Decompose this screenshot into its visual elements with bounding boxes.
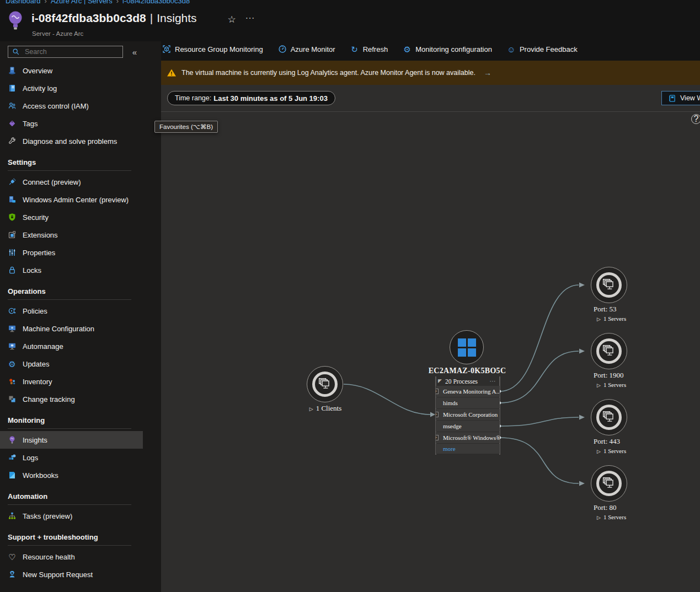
activity-log-icon <box>8 84 17 93</box>
expand-triangle-icon[interactable]: ▷ <box>597 449 601 454</box>
section-divider <box>8 504 131 505</box>
sidebar-item-machine-configuration[interactable]: Machine Configuration <box>0 320 143 337</box>
stacked-screens-icon <box>602 344 616 358</box>
process-row[interactable]: +Geneva Monitoring A... <box>436 386 500 397</box>
section-header-settings: Settings <box>0 150 161 170</box>
sidebar-item-new-support-request[interactable]: New Support Request <box>0 566 143 583</box>
sidebar-item-tags[interactable]: Tags <box>0 115 143 132</box>
port-label-53[interactable]: Port: 53▷1 Servers <box>594 305 626 322</box>
search-box[interactable] <box>8 46 123 58</box>
windows-admin-icon <box>8 195 17 204</box>
breadcrumb-separator: › <box>45 0 47 4</box>
process-row[interactable]: +Microsoft Corporation <box>436 409 500 420</box>
sidebar-item-label: Tags <box>23 120 38 128</box>
breadcrumb-link-resource[interactable]: i-08f42fdba3bb0c3d8 <box>122 0 190 4</box>
sidebar-item-label: Locks <box>23 266 41 275</box>
sidebar-item-label: Machine Configuration <box>23 325 94 333</box>
search-icon <box>12 47 20 56</box>
azure-monitor-button[interactable]: Azure Monitor <box>278 45 335 53</box>
time-range-value: Last 30 minutes as of 5 Jun 19:03 <box>213 94 328 103</box>
process-row[interactable]: himds <box>436 397 500 408</box>
expand-triangle-icon[interactable]: ▷ <box>597 515 601 520</box>
lightbulb-icon <box>8 10 23 32</box>
client-group-label[interactable]: ▷1 Clients <box>300 404 351 413</box>
sidebar-item-tasks[interactable]: Tasks (preview) <box>0 507 143 525</box>
time-range-pill[interactable]: Time range: Last 30 minutes as of 5 Jun … <box>167 91 335 105</box>
arrow-right-icon[interactable]: → <box>483 68 492 77</box>
refresh-button[interactable]: ↻Refresh <box>350 45 388 53</box>
section-divider <box>8 545 131 546</box>
port-label-80[interactable]: Port: 80▷1 Servers <box>594 503 626 520</box>
sidebar-item-properties[interactable]: Properties <box>0 244 143 261</box>
expand-triangle-icon[interactable]: ▷ <box>597 383 601 388</box>
sidebar-item-label: Logs <box>23 454 38 462</box>
expand-plus-icon[interactable]: + <box>436 435 439 440</box>
tag-icon <box>8 119 17 128</box>
expand-triangle-icon[interactable]: ▷ <box>597 316 601 322</box>
process-row[interactable]: msedge <box>436 421 500 432</box>
collapse-triangle-icon[interactable]: ◤ <box>437 379 442 384</box>
section-header-automation: Automation <box>0 484 161 504</box>
sidebar-item-windows-admin-center[interactable]: Windows Admin Center (preview) <box>0 191 143 208</box>
time-range-label: Time range: <box>175 94 211 102</box>
change-tracking-icon <box>8 395 17 403</box>
sidebar-item-logs[interactable]: Logs <box>0 449 143 466</box>
expand-triangle-icon[interactable]: ▷ <box>309 406 313 412</box>
port-node-53[interactable] <box>591 267 627 303</box>
ellipsis-icon[interactable]: ⋯ <box>488 377 500 386</box>
ellipsis-icon[interactable]: … <box>245 11 254 20</box>
expand-plus-icon[interactable]: + <box>436 389 439 394</box>
machine-node[interactable] <box>450 330 484 364</box>
agent-warning-banner[interactable]: The virtual machine is currently using L… <box>161 61 700 85</box>
sidebar-item-resource-health[interactable]: ♡Resource health <box>0 548 143 566</box>
sidebar-item-diagnose[interactable]: Diagnose and solve problems <box>0 132 143 150</box>
toolbar-label: Refresh <box>363 45 388 53</box>
port-label-1900[interactable]: Port: 1900▷1 Servers <box>594 371 626 388</box>
sidebar-item-locks[interactable]: Locks <box>0 261 143 279</box>
title-section: Insights <box>157 12 196 24</box>
more-processes-link[interactable]: more <box>436 444 500 454</box>
sidebar-item-activity-log[interactable]: Activity log <box>0 79 143 97</box>
sidebar-item-overview[interactable]: Overview <box>0 62 143 79</box>
port-node-443[interactable] <box>591 399 627 435</box>
breadcrumb-link-servers[interactable]: Azure Arc | Servers <box>51 0 113 4</box>
monitoring-configuration-button[interactable]: ⚙Monitoring configuration <box>403 45 492 53</box>
machine-name[interactable]: EC2AMAZ-0K5BO5C <box>412 367 522 375</box>
section-divider <box>8 299 131 300</box>
client-group-node[interactable] <box>307 366 343 402</box>
sidebar-item-change-tracking[interactable]: Change tracking <box>0 390 143 408</box>
sidebar-item-security[interactable]: Security <box>0 208 143 226</box>
sidebar-item-inventory[interactable]: Inventory <box>0 373 143 390</box>
double-chevron-left-icon[interactable]: « <box>130 47 139 56</box>
view-workbooks-button[interactable]: View W <box>661 91 700 105</box>
sidebar-item-workbooks[interactable]: Workbooks <box>0 466 143 484</box>
provide-feedback-button[interactable]: ☺Provide Feedback <box>507 45 578 53</box>
resource-group-monitoring-button[interactable]: Resource Group Monitoring <box>162 45 263 53</box>
breadcrumb: Dashboard›Azure Arc | Servers›i-08f42fdb… <box>0 0 700 4</box>
process-group-header[interactable]: ◤ 20 Processes ⋯ <box>436 376 500 386</box>
breadcrumb-link-dashboard[interactable]: Dashboard <box>6 0 41 4</box>
sidebar-item-policies[interactable]: Policies <box>0 302 143 320</box>
sidebar-item-label: Updates <box>23 360 49 368</box>
sliders-icon <box>8 248 17 257</box>
section-header-monitoring: Monitoring <box>0 408 161 428</box>
star-icon[interactable]: ☆ <box>227 15 236 24</box>
sidebar-item-updates[interactable]: ⚙Updates <box>0 355 143 373</box>
sidebar-item-access-control[interactable]: Access control (IAM) <box>0 97 143 115</box>
process-row[interactable]: +Microsoft® Windows®... <box>436 432 500 443</box>
port-label-443[interactable]: Port: 443▷1 Servers <box>594 437 626 454</box>
expand-plus-icon[interactable]: + <box>436 412 439 417</box>
extensions-icon <box>8 230 17 239</box>
sidebar-item-label: Security <box>23 213 49 222</box>
sidebar-item-label: Windows Admin Center (preview) <box>23 196 129 204</box>
port-node-80[interactable] <box>591 465 627 502</box>
title-separator: | <box>150 12 153 24</box>
sidebar-item-extensions[interactable]: Extensions <box>0 226 143 244</box>
flowchart-icon <box>8 512 17 520</box>
section-header-operations: Operations <box>0 279 161 299</box>
sidebar-item-automanage[interactable]: Automanage <box>0 337 143 355</box>
sidebar-item-connect[interactable]: Connect (preview) <box>0 173 143 191</box>
search-input[interactable] <box>24 47 119 56</box>
port-node-1900[interactable] <box>591 333 627 369</box>
sidebar-item-insights[interactable]: Insights <box>0 431 143 449</box>
